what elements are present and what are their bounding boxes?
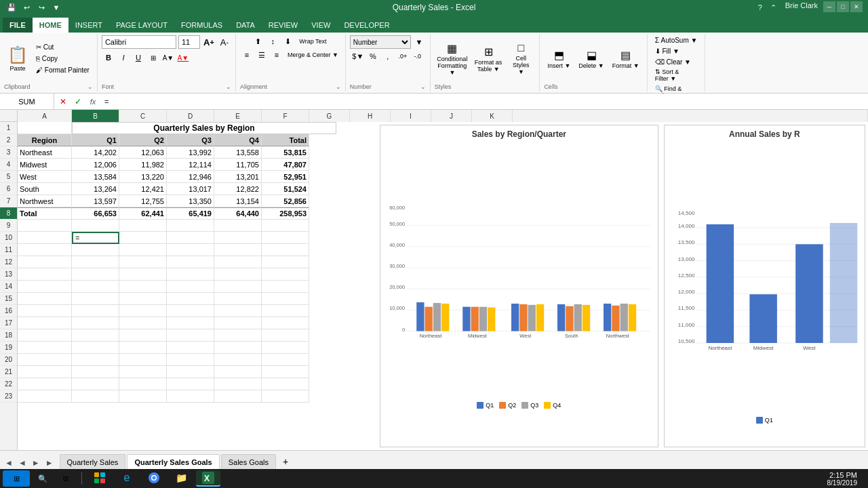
col-header-c[interactable]: C [119, 110, 167, 122]
cell-c3[interactable]: 12,063 [119, 146, 167, 159]
row-num-12[interactable]: 12 [0, 256, 17, 268]
cell-a10[interactable] [18, 232, 72, 244]
close-button[interactable]: ✕ [850, 1, 863, 12]
number-expand-icon2[interactable]: ⌄ [420, 83, 426, 90]
col-header-b[interactable]: B [72, 110, 119, 122]
cell-C19[interactable] [119, 342, 167, 354]
cell-B22[interactable] [72, 378, 119, 390]
row-num-18[interactable]: 18 [0, 329, 17, 342]
cell-F13[interactable] [262, 268, 309, 281]
cell-D18[interactable] [167, 329, 214, 342]
cell-E14[interactable] [214, 281, 262, 293]
format-as-table-button[interactable]: ⊞ Format asTable ▼ [471, 43, 506, 75]
autosum-button[interactable]: Σ AutoSum ▼ [652, 35, 701, 45]
merge-center-button[interactable]: Merge & Center ▼ [285, 49, 341, 61]
row-num-13[interactable]: 13 [0, 268, 17, 281]
cell-e2[interactable]: Q4 [214, 134, 262, 146]
cell-C16[interactable] [119, 305, 167, 317]
cell-e9[interactable] [214, 220, 262, 232]
decrease-decimal-button[interactable]: -.0 [411, 50, 425, 62]
cell-F19[interactable] [262, 342, 309, 354]
cell-e7[interactable]: 13,154 [214, 195, 262, 207]
cancel-formula-button[interactable]: ✕ [57, 96, 69, 108]
cell-C14[interactable] [119, 281, 167, 293]
cell-C18[interactable] [119, 329, 167, 342]
cell-F11[interactable] [262, 244, 309, 256]
cell-A20[interactable] [18, 354, 72, 366]
cell-E17[interactable] [214, 317, 262, 329]
cell-e8[interactable]: 64,440 [214, 207, 262, 220]
align-middle-button[interactable]: ↕ [266, 35, 279, 47]
fill-color-button[interactable]: A▼ [161, 52, 175, 64]
cell-E22[interactable] [214, 378, 262, 390]
cell-f9[interactable] [262, 220, 309, 232]
cell-F21[interactable] [262, 366, 309, 378]
align-bottom-button[interactable]: ⬇ [281, 35, 294, 47]
cell-A15[interactable] [18, 293, 72, 305]
formula-input[interactable] [102, 94, 868, 109]
cell-A19[interactable] [18, 342, 72, 354]
sheet-nav-left[interactable]: ◄ [3, 457, 15, 469]
sheet-tab-quarterly-sales[interactable]: Quarterly Sales [60, 454, 126, 469]
cell-B21[interactable] [72, 366, 119, 378]
cell-c4[interactable]: 11,982 [119, 159, 167, 171]
row-num-2[interactable]: 2 [0, 134, 17, 146]
row-num-10[interactable]: 10 [0, 232, 17, 244]
cell-styles-button[interactable]: □ CellStyles ▼ [507, 40, 535, 77]
cell-B14[interactable] [72, 281, 119, 293]
cell-B15[interactable] [72, 293, 119, 305]
cell-A21[interactable] [18, 366, 72, 378]
files-app[interactable]: 📁 [169, 470, 193, 487]
cell-c9[interactable] [119, 220, 167, 232]
tab-developer[interactable]: DEVELOPER [337, 18, 396, 33]
cell-D21[interactable] [167, 366, 214, 378]
row-num-7[interactable]: 7 [0, 195, 17, 207]
format-painter-button[interactable]: 🖌 Format Painter [33, 65, 93, 75]
font-color-button[interactable]: A▼ [176, 52, 190, 64]
cell-A12[interactable] [18, 256, 72, 268]
cell-B18[interactable] [72, 329, 119, 342]
cell-c8[interactable]: 62,441 [119, 207, 167, 220]
search-button[interactable]: 🔍 [33, 470, 53, 487]
number-expand-icon[interactable]: ▼ [412, 36, 426, 48]
sheet-tab-quarterly-sales-goals[interactable]: Quarterly Sales Goals [127, 454, 219, 469]
cell-E11[interactable] [214, 244, 262, 256]
row-num-17[interactable]: 17 [0, 317, 17, 329]
cell-A14[interactable] [18, 281, 72, 293]
copy-button[interactable]: ⎘ Copy [33, 54, 93, 64]
font-size-input[interactable] [178, 35, 200, 49]
tab-formulas[interactable]: FORMULAS [174, 18, 229, 33]
cell-e6[interactable]: 12,822 [214, 183, 262, 195]
cell-a4[interactable]: Midwest [18, 159, 72, 171]
cell-D15[interactable] [167, 293, 214, 305]
bold-button[interactable]: B [102, 52, 115, 64]
tab-file[interactable]: FILE [3, 18, 33, 33]
chrome-app[interactable] [142, 470, 166, 487]
cell-E13[interactable] [214, 268, 262, 281]
cell-C20[interactable] [119, 354, 167, 366]
tab-data[interactable]: DATA [229, 18, 262, 33]
cell-E19[interactable] [214, 342, 262, 354]
number-format-select[interactable]: Number General Currency Percentage [350, 35, 411, 49]
cell-F14[interactable] [262, 281, 309, 293]
wrap-text-button[interactable]: Wrap Text [296, 35, 330, 47]
cell-B11[interactable] [72, 244, 119, 256]
cell-c5[interactable]: 13,220 [119, 171, 167, 183]
align-right-button[interactable]: ≡ [270, 49, 283, 61]
row-num-20[interactable]: 20 [0, 354, 17, 366]
row-num-14[interactable]: 14 [0, 281, 17, 293]
cell-B23[interactable] [72, 390, 119, 403]
cell-b7[interactable]: 13,597 [72, 195, 119, 207]
cell-a6[interactable]: South [18, 183, 72, 195]
cell-f2[interactable]: Total [262, 134, 309, 146]
cell-a5[interactable]: West [18, 171, 72, 183]
cell-d5[interactable]: 12,946 [167, 171, 214, 183]
cell-C22[interactable] [119, 378, 167, 390]
cell-b2[interactable]: Q1 [72, 134, 119, 146]
redo-icon[interactable]: ↪ [35, 1, 47, 14]
ie-app[interactable]: e [115, 470, 139, 487]
cell-C23[interactable] [119, 390, 167, 403]
italic-button[interactable]: I [117, 52, 130, 64]
restore-button[interactable]: □ [837, 1, 849, 12]
format-button[interactable]: ▤ Format ▼ [609, 47, 643, 71]
